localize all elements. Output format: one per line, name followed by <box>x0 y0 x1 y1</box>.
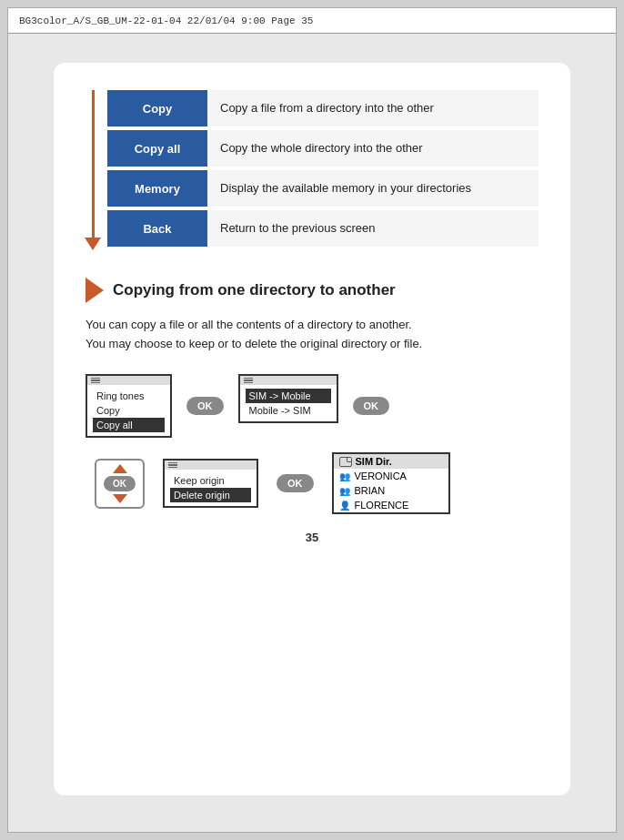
screen1-body: Ring tones Copy Copy all <box>87 385 170 436</box>
screen2-header <box>240 376 337 386</box>
screen2-option-0: SIM -> Mobile <box>246 389 331 403</box>
header-text: BG3color_A/S_GB_UM-22-01-04 22/01/04 9:0… <box>19 15 313 26</box>
ok-button-2[interactable]: OK <box>353 397 390 415</box>
phone-screen-3: Keep origin Delete origin <box>163 459 258 509</box>
menu-label-copyall: Copy all <box>107 130 207 167</box>
menu-label-back: Back <box>107 210 207 247</box>
menu-section: Copy Copy a file from a directory into t… <box>86 90 538 250</box>
heading-triangle-icon <box>86 278 104 303</box>
screen1-item-2: Copy all <box>93 418 165 432</box>
contact1-name: BRIAN <box>355 485 386 496</box>
contact2-name: FLORENCE <box>355 500 409 511</box>
phone-screens-row2: OK Keep origin Delete origin OK <box>95 452 538 514</box>
menu-row-copyall: Copy all Copy the whole directory into t… <box>107 130 538 167</box>
ok-button-1[interactable]: OK <box>186 397 224 415</box>
screen4-contact-2: 👤 FLORENCE <box>334 498 448 512</box>
menu-label-copy: Copy <box>107 90 207 127</box>
intro-text: You can copy a file or all the contents … <box>86 316 538 354</box>
nav-ok-control: OK <box>95 459 145 509</box>
menu-rows: Copy Copy a file from a directory into t… <box>107 90 538 250</box>
screen3-option-0: Keep origin <box>170 473 251 488</box>
screen1-item-0: Ring tones <box>93 389 165 403</box>
page-number: 35 <box>86 531 538 544</box>
screen3-icon <box>168 462 177 469</box>
intro-line1: You can copy a file or all the contents … <box>86 316 538 335</box>
page-outer: BG3color_A/S_GB_UM-22-01-04 22/01/04 9:0… <box>7 7 617 833</box>
contact1-icon: 👥 <box>339 486 350 496</box>
screen3-option-1: Delete origin <box>170 488 251 502</box>
nav-down-arrow-icon <box>113 494 127 503</box>
contact0-name: VERONICA <box>355 471 407 481</box>
menu-desc-back: Return to the previous screen <box>207 210 538 247</box>
menu-row-back: Back Return to the previous screen <box>107 210 538 247</box>
menu-desc-copy: Copy a file from a directory into the ot… <box>207 90 538 127</box>
phone-screens-row1: Ring tones Copy Copy all OK SIM -> Mobil… <box>86 374 538 439</box>
left-bar-arrow <box>85 238 101 250</box>
phone-screen-2: SIM -> Mobile Mobile -> SIM <box>238 374 338 424</box>
screen4-header: SIM Dir. <box>334 454 448 469</box>
screen3-header <box>165 460 257 471</box>
contact0-icon: 👥 <box>339 471 350 481</box>
nav-up-arrow-icon <box>113 464 127 473</box>
ok-button-3[interactable]: OK <box>104 476 136 491</box>
menu-row-memory: Memory Display the available memory in y… <box>107 170 538 207</box>
ok-button-4[interactable]: OK <box>277 474 314 492</box>
screen1-header <box>87 376 170 386</box>
section-heading: Copying from one directory to another <box>86 278 538 303</box>
left-bar-line <box>92 90 95 238</box>
screen4-contact-0: 👥 VERONICA <box>334 469 448 483</box>
menu-row-copy: Copy Copy a file from a directory into t… <box>107 90 538 127</box>
phone-screen-4: SIM Dir. 👥 VERONICA 👥 BRIAN 👤 FLORENCE <box>332 452 450 514</box>
screen1-icon <box>91 378 100 384</box>
screen4-contact-1: 👥 BRIAN <box>334 483 448 498</box>
section-title: Copying from one directory to another <box>113 281 396 299</box>
contact2-icon: 👤 <box>339 501 350 511</box>
screen3-body: Keep origin Delete origin <box>165 470 257 506</box>
menu-label-memory: Memory <box>107 170 207 207</box>
page-content: Copy Copy a file from a directory into t… <box>54 63 570 795</box>
screen2-body: SIM -> Mobile Mobile -> SIM <box>240 385 337 421</box>
menu-desc-memory: Display the available memory in your dir… <box>207 170 538 207</box>
screen2-option-1: Mobile -> SIM <box>246 403 331 418</box>
left-bar <box>86 90 100 250</box>
phone-screen-1: Ring tones Copy Copy all <box>86 374 172 439</box>
screen2-icon <box>244 378 253 384</box>
screen4-title: SIM Dir. <box>356 456 392 467</box>
menu-desc-copyall: Copy the whole directory into the other <box>207 130 538 167</box>
page-header: BG3color_A/S_GB_UM-22-01-04 22/01/04 9:0… <box>8 8 616 34</box>
screen1-item-1: Copy <box>93 403 165 418</box>
sim-icon <box>339 457 352 467</box>
intro-line2: You may choose to keep or to delete the … <box>86 335 538 354</box>
